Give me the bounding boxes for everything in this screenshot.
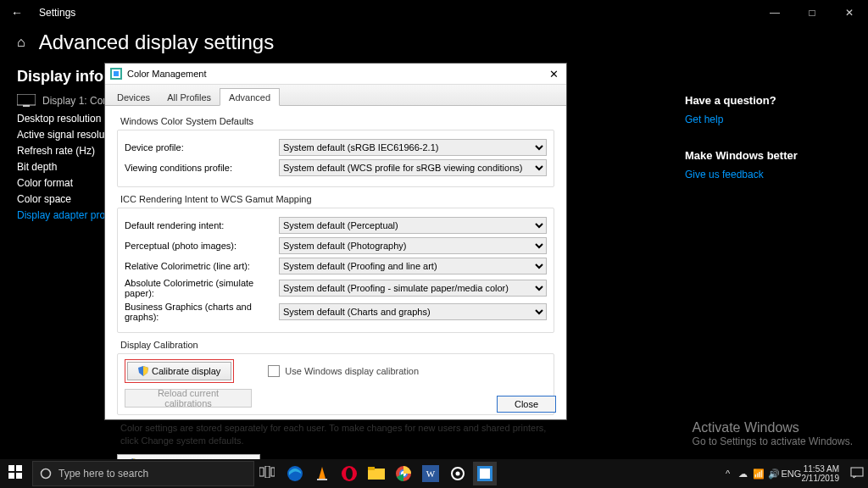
tab-all-profiles[interactable]: All Profiles [159, 89, 220, 105]
svg-point-17 [346, 468, 353, 480]
dialog-title: Color Management [127, 69, 541, 79]
tab-advanced[interactable]: Advanced [220, 88, 280, 106]
monitor-icon [17, 94, 36, 108]
search-placeholder: Type here to search [58, 468, 148, 480]
maximize-button[interactable]: □ [793, 7, 831, 19]
shield-icon [138, 366, 148, 376]
perceptual-label: Perceptual (photo images): [125, 241, 279, 251]
svg-rect-7 [8, 473, 14, 479]
page-title: Advanced display settings [39, 30, 275, 54]
device-profile-select[interactable]: System default (sRGB IEC61966-2.1) [279, 139, 547, 156]
use-windows-calibration-label: Use Windows display calibration [285, 366, 419, 376]
svg-point-26 [456, 472, 460, 476]
color-management-icon [110, 68, 122, 80]
absolute-colorimetric-select[interactable]: System default (Proofing - simulate pape… [279, 280, 547, 297]
opera-icon [341, 465, 358, 482]
tray-date: 2/11/2019 [802, 474, 840, 483]
default-rendering-label: Default rendering intent: [125, 220, 279, 230]
color-management-dialog: Color Management ✕ Devices All Profiles … [105, 64, 566, 419]
taskbar-app-vlc[interactable] [310, 462, 334, 485]
tab-devices[interactable]: Devices [108, 89, 159, 105]
color-settings-note: Color settings are stored separately for… [120, 422, 551, 447]
give-feedback-link[interactable]: Give us feedback [685, 169, 854, 180]
taskbar-app-settings[interactable] [446, 462, 470, 485]
calibrate-display-button[interactable]: Calibrate display [127, 362, 231, 380]
device-profile-label: Device profile: [125, 142, 279, 152]
taskbar-app-word[interactable]: W [419, 462, 442, 485]
gear-icon [450, 466, 465, 481]
svg-text:W: W [426, 469, 436, 479]
back-button[interactable]: ← [0, 6, 34, 19]
home-icon[interactable]: ⌂ [17, 35, 25, 50]
minimize-button[interactable]: ― [756, 7, 793, 19]
relative-colorimetric-select[interactable]: System default (Proofing and line art) [279, 258, 547, 274]
svg-rect-5 [8, 465, 14, 471]
taskbar-search[interactable]: Type here to search [32, 461, 254, 486]
taskbar-app-edge[interactable] [283, 462, 307, 485]
taskbar-app-chrome[interactable] [392, 462, 415, 485]
chrome-icon [395, 465, 412, 482]
svg-rect-6 [16, 465, 22, 471]
action-center-button[interactable] [846, 467, 868, 480]
help-heading: Have a question? [685, 94, 854, 107]
relative-colorimetric-label: Relative Colorimetric (line art): [125, 261, 279, 271]
perceptual-select[interactable]: System default (Photography) [279, 237, 547, 254]
word-icon: W [422, 465, 439, 482]
business-graphics-select[interactable]: System default (Charts and graphs) [279, 303, 547, 320]
windows-logo-icon [8, 465, 22, 479]
absolute-colorimetric-label: Absolute Colorimetric (simulate paper): [125, 278, 279, 298]
close-window-button[interactable]: ✕ [831, 7, 868, 19]
feedback-heading: Make Windows better [685, 149, 854, 162]
group-display-calibration: Display Calibration [120, 340, 554, 350]
svg-rect-1 [23, 105, 30, 107]
color-management-icon [477, 466, 492, 481]
svg-rect-29 [851, 468, 863, 476]
app-title: Settings [34, 7, 756, 19]
task-view-icon [259, 466, 275, 478]
viewing-conditions-label: Viewing conditions profile: [125, 163, 279, 173]
svg-rect-0 [17, 94, 36, 105]
taskbar-app-opera[interactable] [337, 462, 361, 485]
tray-volume-icon[interactable]: 🔊 [766, 469, 782, 480]
svg-rect-12 [271, 468, 275, 476]
group-icc-rendering: ICC Rendering Intent to WCS Gamut Mappin… [120, 194, 554, 204]
dialog-close-button[interactable]: Close [497, 396, 556, 413]
calibrate-highlight: Calibrate display [125, 359, 234, 383]
get-help-link[interactable]: Get help [685, 114, 854, 125]
tray-network-icon[interactable]: 📶 [751, 469, 766, 480]
svg-marker-14 [319, 467, 326, 479]
dialog-close-icon[interactable]: ✕ [541, 68, 566, 80]
default-rendering-select[interactable]: System default (Perceptual) [279, 217, 547, 234]
viewing-conditions-select[interactable]: System default (WCS profile for sRGB vie… [279, 159, 547, 176]
taskbar-app-file-explorer[interactable] [364, 462, 388, 485]
tray-time: 11:53 AM [802, 464, 840, 474]
group-windows-color-defaults: Windows Color System Defaults [120, 116, 554, 126]
folder-icon [368, 467, 385, 480]
use-windows-calibration-checkbox[interactable]: Use Windows display calibration [268, 365, 419, 377]
tray-clock[interactable]: 11:53 AM 2/11/2019 [802, 464, 840, 483]
svg-point-9 [42, 469, 51, 479]
tray-onedrive-icon[interactable]: ☁ [736, 469, 751, 480]
watermark-title: Activate Windows [693, 420, 853, 435]
taskbar-app-color-management[interactable] [473, 462, 497, 485]
calibrate-display-label: Calibrate display [152, 366, 220, 376]
svg-rect-19 [368, 467, 375, 470]
svg-rect-10 [259, 468, 264, 476]
tray-show-hidden-icon[interactable]: ^ [721, 469, 736, 479]
activate-windows-watermark: Activate Windows Go to Settings to activ… [693, 420, 853, 447]
svg-rect-28 [480, 469, 490, 479]
watermark-subtitle: Go to Settings to activate Windows. [693, 435, 853, 447]
svg-rect-8 [16, 473, 22, 479]
notification-icon [850, 467, 864, 479]
cortana-icon [40, 468, 52, 480]
vlc-icon [314, 465, 330, 482]
task-view-button[interactable] [254, 466, 280, 481]
svg-rect-15 [317, 479, 327, 480]
checkbox-icon [268, 365, 280, 377]
start-button[interactable] [0, 465, 31, 482]
svg-rect-4 [114, 71, 119, 76]
svg-rect-11 [265, 466, 270, 478]
reload-calibrations-button: Reload current calibrations [125, 389, 252, 408]
business-graphics-label: Business Graphics (charts and graphs): [125, 302, 279, 322]
tray-language[interactable]: ENG [782, 469, 797, 479]
